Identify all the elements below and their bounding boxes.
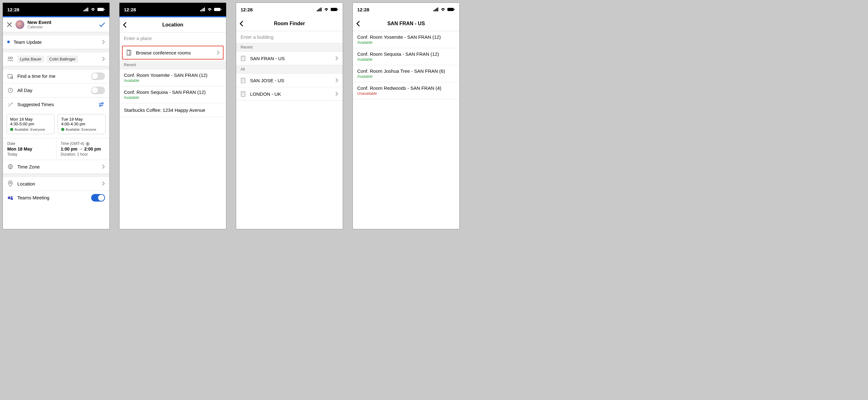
svg-point-12 xyxy=(100,105,101,106)
new-event-header: New Event Calendar xyxy=(3,17,110,32)
event-title-row[interactable]: Team Update xyxy=(3,35,110,49)
status-time: 12:28 xyxy=(241,7,253,12)
suggested-time-card[interactable]: Tue 19 May 4:00-4:30 pm Available: Every… xyxy=(58,114,105,134)
status-time: 12:28 xyxy=(357,7,369,12)
time-label: Time (GMT-4) xyxy=(61,141,84,146)
teams-meeting-label: Teams Meeting xyxy=(17,195,87,200)
globe-icon xyxy=(7,164,13,169)
date-value: Mon 18 May xyxy=(7,146,52,152)
people-icon xyxy=(7,56,13,61)
building-name: LONDON - UK xyxy=(250,91,331,97)
search-placeholder: Enter a place xyxy=(124,36,152,41)
person-chip[interactable]: Lydia Bauer xyxy=(17,56,44,63)
back-button[interactable] xyxy=(356,16,361,31)
browse-conference-rooms-row[interactable]: Browse conference rooms xyxy=(122,46,223,60)
building-item[interactable]: LONDON - UK xyxy=(236,87,343,101)
room-name: Conf. Room Sequoia - SAN FRAN (12) xyxy=(357,51,455,57)
close-icon[interactable] xyxy=(7,22,12,27)
svg-rect-31 xyxy=(241,56,245,61)
wifi-icon xyxy=(207,7,212,11)
room-status: Available xyxy=(357,40,455,45)
svg-rect-16 xyxy=(8,197,10,199)
people-row[interactable]: Lydia Bauer Colin Ballinger xyxy=(3,52,110,66)
room-item[interactable]: Conf. Room Yosemite - SAN FRAN (12) Avai… xyxy=(120,69,226,86)
svg-rect-34 xyxy=(434,10,434,11)
room-item[interactable]: Conf. Room Redwoods - SAN FRAN (4) Unava… xyxy=(353,82,459,99)
building-search-input[interactable]: Enter a building xyxy=(236,31,343,43)
svg-rect-37 xyxy=(437,7,438,11)
room-item[interactable]: Conf. Room Yosemite - SAN FRAN (12) Avai… xyxy=(353,31,459,48)
time-cell[interactable]: Time (GMT-4) 1:00 pm → 2:00 pm Duration:… xyxy=(56,138,110,160)
building-icon xyxy=(241,56,246,61)
chevron-right-icon xyxy=(102,181,105,186)
suggested-availability: Available: Everyone xyxy=(66,128,96,131)
people-chips: Lydia Bauer Colin Ballinger xyxy=(17,56,98,63)
room-item[interactable]: Conf. Room Sequoia - SAN FRAN (12) Avail… xyxy=(353,48,459,65)
svg-rect-29 xyxy=(331,8,337,11)
building-item[interactable]: SAN FRAN - US xyxy=(236,52,343,65)
svg-rect-23 xyxy=(221,9,221,10)
svg-point-6 xyxy=(8,57,10,59)
browse-rooms-label: Browse conference rooms xyxy=(136,50,213,56)
timezone-row[interactable]: Time Zone xyxy=(3,160,110,174)
back-button[interactable] xyxy=(239,16,244,31)
room-status: Available xyxy=(124,95,222,100)
place-name: Starbucks Coffee: 1234 Happy Avenue xyxy=(124,107,222,113)
navbar-title: SAN FRAN - US xyxy=(387,21,425,27)
room-item[interactable]: Conf. Room Joshua Tree - SAN FRAN (6) Av… xyxy=(353,65,459,82)
header-title: New Event xyxy=(27,20,96,25)
chevron-right-icon xyxy=(217,51,220,55)
door-icon xyxy=(126,50,132,56)
date-time-row: Date Mon 18 May Today Time (GMT-4) 1:00 … xyxy=(3,138,110,160)
find-time-toggle[interactable] xyxy=(91,72,105,80)
chevron-right-icon xyxy=(102,40,105,44)
chevron-right-icon xyxy=(335,56,338,61)
event-title-input[interactable]: Team Update xyxy=(13,39,98,45)
all-section-label: All xyxy=(236,65,343,74)
teams-meeting-toggle[interactable] xyxy=(91,194,105,202)
all-day-row[interactable]: All Day xyxy=(3,84,110,98)
svg-rect-21 xyxy=(204,7,205,11)
wifi-icon xyxy=(91,7,96,11)
date-sub: Today xyxy=(7,152,52,157)
search-placeholder: Enter a building xyxy=(241,34,273,40)
room-name: Conf. Room Sequoia - SAN FRAN (12) xyxy=(124,90,222,95)
avatar xyxy=(16,20,24,29)
svg-point-15 xyxy=(10,182,11,184)
back-button[interactable] xyxy=(123,17,127,32)
filter-icon[interactable] xyxy=(99,102,105,107)
chevron-right-icon xyxy=(335,92,338,96)
room-name: Conf. Room Yosemite - SAN FRAN (12) xyxy=(357,34,455,40)
header-subtitle: Calendar xyxy=(27,25,96,29)
location-label: Location xyxy=(17,181,98,187)
signal-icon xyxy=(434,7,439,11)
svg-rect-27 xyxy=(319,8,320,11)
suggested-time-card[interactable]: Mon 18 May 4:30-5:00 pm Available: Every… xyxy=(7,114,55,134)
chevron-right-icon xyxy=(102,57,105,61)
building-item[interactable]: SAN JOSE - US xyxy=(236,74,343,87)
location-row[interactable]: Location xyxy=(3,177,110,191)
suggested-times-row: Suggested Times xyxy=(3,98,110,111)
time-value: 1:00 pm → 2:00 pm xyxy=(61,146,105,152)
all-day-toggle[interactable] xyxy=(91,87,105,94)
wand-icon xyxy=(7,102,13,107)
building-navbar: SAN FRAN - US xyxy=(353,16,459,31)
save-check-icon[interactable] xyxy=(99,21,105,28)
location-search-input[interactable]: Enter a place xyxy=(120,32,226,44)
room-item[interactable]: Conf. Room Sequoia - SAN FRAN (12) Avail… xyxy=(120,86,226,103)
teams-meeting-row[interactable]: Teams Meeting xyxy=(3,191,110,205)
person-chip[interactable]: Colin Ballinger xyxy=(46,56,78,63)
suggested-time-cards: Mon 18 May 4:30-5:00 pm Available: Every… xyxy=(3,111,110,138)
bullet-icon xyxy=(7,41,10,43)
timezone-label: Time Zone xyxy=(17,164,98,169)
svg-rect-26 xyxy=(318,9,319,11)
screen-location: 12:28 Location Enter a place Browse conf… xyxy=(119,2,226,229)
status-bar: 12:28 xyxy=(120,3,226,16)
svg-rect-19 xyxy=(202,9,203,11)
find-time-row[interactable]: Find a time for me xyxy=(3,69,110,84)
battery-icon xyxy=(447,7,455,11)
building-name: SAN FRAN - US xyxy=(250,56,331,61)
place-item[interactable]: Starbucks Coffee: 1234 Happy Avenue xyxy=(120,103,226,117)
date-cell[interactable]: Date Mon 18 May Today xyxy=(3,138,56,160)
signal-icon xyxy=(200,7,205,11)
